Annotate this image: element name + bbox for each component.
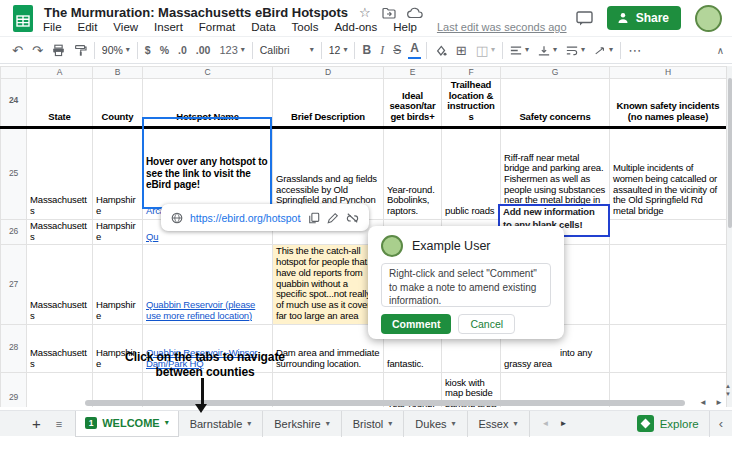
menu-help[interactable]: Help [393,21,417,33]
fill-color-button[interactable] [432,43,449,58]
copy-link-icon[interactable] [308,212,320,224]
format-currency-button[interactable]: $ [143,43,153,57]
vertical-align-button[interactable]: ▾ [536,44,559,57]
cell-h27[interactable] [610,245,727,324]
scroll-down-icon[interactable]: ▼ [724,391,732,399]
italic-button[interactable]: I [378,42,386,59]
menu-view[interactable]: View [113,21,138,33]
row-header-28[interactable]: 28 [1,324,27,372]
text-rotation-button[interactable]: ▾ [592,44,615,57]
menu-file[interactable]: File [43,21,62,33]
more-formats-button[interactable]: 123 ▾ [217,43,246,57]
merge-cells-button[interactable]: ◫ ▾ [474,43,497,58]
star-icon[interactable]: ☆ [359,6,371,19]
increase-decimal-button[interactable]: .00 [194,43,213,57]
cell-g24[interactable]: Safety concerns [501,79,610,128]
borders-button[interactable]: ⊞ [454,43,469,58]
cell-e24[interactable]: Ideal season/target birds+ [384,79,442,128]
bold-button[interactable]: B [360,42,373,58]
print-button[interactable] [50,43,67,58]
column-header-d[interactable]: D [273,67,384,79]
horizontal-align-button[interactable]: ▾ [508,44,531,57]
column-header-e[interactable]: E [384,67,442,79]
cell-b25[interactable]: Hampshire [93,127,143,219]
column-header-h[interactable]: H [610,67,727,79]
scroll-right-icon[interactable]: ► [715,398,723,407]
undo-button[interactable]: ↶ [10,43,25,58]
cancel-button[interactable]: Cancel [458,314,515,334]
horizontal-scrollbar-thumb[interactable] [85,400,685,406]
scroll-left-icon[interactable]: ◄ [699,398,707,407]
cell-a27[interactable]: Massachusetts [27,245,93,324]
font-size-select[interactable]: 12 ▾ [327,43,350,57]
next-tabs-icon[interactable]: ► [559,419,567,428]
row-header-25[interactable]: 25 [1,127,27,219]
tab-dukes[interactable]: Dukes ▾ [404,411,467,437]
paint-format-button[interactable] [72,43,89,58]
link-url[interactable]: https://ebird.org/hotspot/... [190,212,301,224]
more-toolbar-button[interactable]: ⋯ [626,43,643,58]
row-header-29[interactable]: 29 [1,372,27,407]
cell-a25[interactable]: Massachusetts [27,127,93,219]
cloud-status-icon[interactable] [407,7,423,19]
text-color-button[interactable]: A [408,41,421,58]
tab-barnstable[interactable]: Barnstable ▾ [179,411,264,437]
menu-insert[interactable]: Insert [154,21,183,33]
cell-a26[interactable]: Massachusetts [27,219,93,244]
remove-link-icon[interactable] [346,212,359,224]
hotspot-link[interactable]: Quabbin Reservoir (please use more refin… [146,299,255,321]
cell-h26[interactable] [610,219,727,244]
document-title[interactable]: The Murmuration: Massachusetts eBird Hot… [44,5,348,20]
text-wrap-button[interactable]: ▾ [564,44,587,57]
cell-a29[interactable] [27,372,93,407]
tab-essex[interactable]: Essex ▾ [468,411,530,437]
scroll-up-icon[interactable]: ▲ [724,383,732,391]
move-to-folder-icon[interactable] [382,7,396,19]
user-avatar[interactable] [695,5,722,32]
cell-h24[interactable]: Known safety incidents (no names please) [610,79,727,128]
show-side-panel-button[interactable]: ‹ [710,416,732,431]
cell-d27-note[interactable]: This the the catch-all hotspot for peopl… [273,245,384,324]
cell-h25[interactable]: Multiple incidents of women being catcal… [610,127,727,219]
last-edit-status[interactable]: Last edit was seconds ago [437,21,567,33]
explore-button[interactable]: Explore [637,415,699,432]
hotspot-link[interactable]: Qu [146,231,158,242]
menu-add-ons[interactable]: Add-ons [334,21,377,33]
cell-c27[interactable]: Quabbin Reservoir (please use more refin… [143,245,273,324]
cell-d24[interactable]: Brief Description [273,79,384,128]
menu-data[interactable]: Data [251,21,275,33]
format-percent-button[interactable]: % [158,43,171,57]
column-header-g[interactable]: G [501,67,610,79]
edit-link-icon[interactable] [327,212,339,224]
column-header-f[interactable]: F [442,67,501,79]
menu-format[interactable]: Format [199,21,235,33]
column-header-c[interactable]: C [143,67,273,79]
column-header-a[interactable]: A [27,67,93,79]
row-header-24[interactable]: 24 [1,79,27,128]
tab-welcome[interactable]: 1 WELCOME ▾ [75,411,178,437]
vertical-scrollbar[interactable] [726,66,732,407]
collapse-toolbar-button[interactable]: ∧ [717,45,724,56]
cell-a28[interactable]: Massachusetts [27,324,93,372]
menu-tools[interactable]: Tools [292,21,319,33]
share-button[interactable]: Share [607,6,681,30]
font-family-select[interactable]: Calibri ▾ [258,43,316,57]
decrease-decimal-button[interactable]: .0 [176,43,189,57]
cell-b27[interactable]: Hampshire [93,245,143,324]
sheets-logo-icon[interactable] [13,5,33,32]
column-header-b[interactable]: B [93,67,143,79]
add-sheet-button[interactable]: + [32,416,41,431]
cell-a24[interactable]: State [27,79,93,128]
cell-h28[interactable] [610,324,727,372]
redo-button[interactable]: ↷ [30,43,45,58]
strikethrough-button[interactable]: S [391,42,403,58]
cell-b26[interactable]: Hampshire [93,219,143,244]
menu-edit[interactable]: Edit [78,21,98,33]
cell-f25[interactable]: public roads [442,127,501,219]
all-sheets-button[interactable]: ≡ [56,418,62,430]
row-header-26[interactable]: 26 [1,219,27,244]
prev-tabs-icon[interactable]: ◄ [542,419,550,428]
vertical-scrollbar-thumb[interactable] [728,78,732,228]
zoom-select[interactable]: 90% ▾ [100,43,132,57]
tab-berkshire[interactable]: Berkshire ▾ [263,411,341,437]
